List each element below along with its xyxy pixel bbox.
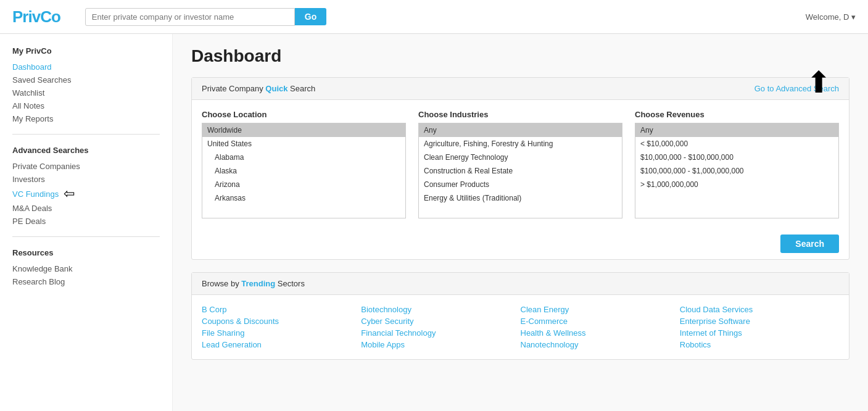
trending-link-coupons[interactable]: Coupons & Discounts — [202, 315, 361, 327]
page-title: Dashboard — [191, 46, 849, 66]
sidebar-item-pe-deals[interactable]: PE Deals — [12, 215, 160, 228]
industry-label: Choose Industries — [418, 110, 622, 119]
quick-search-body: Choose Location Worldwide United States … — [192, 100, 849, 228]
list-item[interactable]: Construction & Real Estate — [419, 164, 622, 178]
industry-filter: Choose Industries Any Agriculture, Fishi… — [418, 110, 622, 218]
location-label: Choose Location — [202, 110, 406, 119]
trending-header: Browse by Trending Sectors — [192, 273, 849, 295]
logo[interactable]: PrivCo — [12, 7, 60, 27]
trending-link-ecommerce[interactable]: E-Commerce — [521, 315, 680, 327]
sidebar-item-knowledge-bank[interactable]: Knowledge Bank — [12, 262, 160, 275]
sidebar: My PrivCo Dashboard Saved Searches Watch… — [0, 34, 173, 411]
list-item[interactable]: Any — [635, 123, 838, 137]
list-item[interactable]: $100,000,000 - $1,000,000,000 — [635, 164, 838, 178]
trending-link-iot[interactable]: Internet of Things — [680, 327, 839, 339]
trending-link-fintech[interactable]: Financial Technology — [361, 327, 520, 339]
trending-col-2: Biotechnology Cyber Security Financial T… — [361, 304, 520, 351]
trending-col-3: Clean Energy E-Commerce Health & Wellnes… — [521, 304, 680, 351]
trending-link-nanotechnology[interactable]: Nanotechnology — [521, 339, 680, 351]
sidebar-divider-2 — [12, 236, 160, 237]
list-item[interactable]: United States — [202, 137, 405, 151]
trending-sectors-box: Browse by Trending Sectors B Corp Coupon… — [191, 272, 849, 360]
trending-link-mobile-apps[interactable]: Mobile Apps — [361, 339, 520, 351]
advanced-searches-title: Advanced Searches — [12, 146, 160, 155]
resources-title: Resources — [12, 248, 160, 257]
list-item[interactable]: < $10,000,000 — [635, 137, 838, 151]
sidebar-item-dashboard[interactable]: Dashboard — [12, 60, 160, 73]
sidebar-item-research-blog[interactable]: Research Blog — [12, 275, 160, 288]
sidebar-item-private-companies[interactable]: Private Companies — [12, 160, 160, 173]
trending-body: B Corp Coupons & Discounts File Sharing … — [192, 295, 849, 359]
welcome-message: Welcome, D ▾ — [806, 12, 856, 22]
sidebar-divider-1 — [12, 134, 160, 135]
search-button-row: Search — [192, 228, 849, 259]
trending-link-health-wellness[interactable]: Health & Wellness — [521, 327, 680, 339]
sidebar-item-ma-deals[interactable]: M&A Deals — [12, 202, 160, 215]
list-item[interactable]: > $1,000,000,000 — [635, 178, 838, 191]
trending-link-cyber-security[interactable]: Cyber Security — [361, 315, 520, 327]
header: PrivCo Go Welcome, D ▾ — [0, 0, 868, 34]
trending-col-4: Cloud Data Services Enterprise Software … — [680, 304, 839, 351]
location-listbox[interactable]: Worldwide United States Alabama Alaska A… — [202, 123, 406, 218]
trending-link-cloud-data[interactable]: Cloud Data Services — [680, 304, 839, 315]
list-item[interactable]: Clean Energy Technology — [419, 151, 622, 164]
sidebar-item-vc-fundings[interactable]: VC Fundings — [12, 188, 59, 201]
sidebar-item-all-notes[interactable]: All Notes — [12, 99, 160, 112]
list-item[interactable]: Arkansas — [202, 191, 405, 205]
go-button[interactable]: Go — [295, 8, 326, 25]
sidebar-item-investors[interactable]: Investors — [12, 173, 160, 186]
left-arrow-annotation: ⇦ — [64, 186, 75, 202]
quick-search-title: Private Company Quick Search — [202, 84, 315, 93]
list-item[interactable]: Energy & Utilities (Traditional) — [419, 191, 622, 205]
advanced-search-link[interactable]: Go to Advanced Search — [754, 84, 839, 93]
search-button[interactable]: Search — [780, 235, 839, 253]
layout: My PrivCo Dashboard Saved Searches Watch… — [0, 34, 868, 411]
search-bar: Go — [85, 8, 326, 26]
trending-link-file-sharing[interactable]: File Sharing — [202, 327, 361, 339]
sidebar-item-watchlist[interactable]: Watchlist — [12, 86, 160, 99]
list-item[interactable]: Worldwide — [202, 123, 405, 137]
list-item[interactable]: Alabama — [202, 151, 405, 164]
list-item[interactable]: Arizona — [202, 178, 405, 191]
list-item[interactable]: Alaska — [202, 164, 405, 178]
trending-link-lead-generation[interactable]: Lead Generation — [202, 339, 361, 351]
quick-search-box: Private Company Quick Search Go to Advan… — [191, 77, 849, 260]
trending-link-b-corp[interactable]: B Corp — [202, 304, 361, 315]
list-item[interactable]: Agriculture, Fishing, Forestry & Hunting — [419, 137, 622, 151]
list-item[interactable]: Any — [419, 123, 622, 137]
user-menu[interactable]: D — [843, 12, 849, 22]
list-item[interactable]: $10,000,000 - $100,000,000 — [635, 151, 838, 164]
list-item[interactable]: Consumer Products — [419, 178, 622, 191]
trending-link-clean-energy[interactable]: Clean Energy — [521, 304, 680, 315]
sidebar-item-my-reports[interactable]: My Reports — [12, 112, 160, 125]
trending-link-robotics[interactable]: Robotics — [680, 339, 839, 351]
quick-search-header: Private Company Quick Search Go to Advan… — [192, 78, 849, 100]
revenue-filter: Choose Revenues Any < $10,000,000 $10,00… — [635, 110, 839, 218]
my-privco-title: My PrivCo — [12, 46, 160, 56]
main-content: Dashboard Private Company Quick Search G… — [173, 34, 868, 411]
trending-link-enterprise-software[interactable]: Enterprise Software — [680, 315, 839, 327]
search-input[interactable] — [85, 8, 295, 26]
trending-col-1: B Corp Coupons & Discounts File Sharing … — [202, 304, 361, 351]
revenue-listbox[interactable]: Any < $10,000,000 $10,000,000 - $100,000… — [635, 123, 839, 218]
revenue-label: Choose Revenues — [635, 110, 839, 119]
trending-link-biotechnology[interactable]: Biotechnology — [361, 304, 520, 315]
location-filter: Choose Location Worldwide United States … — [202, 110, 406, 218]
industry-listbox[interactable]: Any Agriculture, Fishing, Forestry & Hun… — [418, 123, 622, 218]
sidebar-item-saved-searches[interactable]: Saved Searches — [12, 73, 160, 86]
